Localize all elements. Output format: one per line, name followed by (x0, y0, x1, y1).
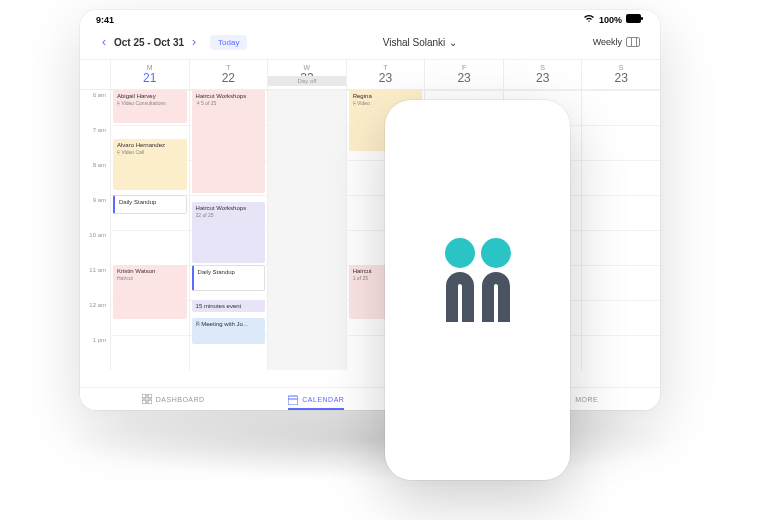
event-title: Haircut Workshops (196, 93, 262, 100)
bottom-nav: DASHBOARD CALENDAR ACTIVITY MORE (80, 387, 660, 410)
event-title: Haircut Workshops (196, 205, 262, 212)
status-time: 9:41 (96, 15, 114, 25)
event-subtitle: 22 of 25 (196, 212, 262, 218)
battery-percent: 100% (599, 15, 622, 25)
calendar-icon (288, 395, 298, 405)
logo-figure-right (481, 238, 511, 322)
time-column: 6 am7 am8 am9 am10 am11 am12 am1 pm (80, 90, 110, 370)
view-selector[interactable]: Weekly (593, 37, 640, 47)
svg-rect-5 (148, 400, 152, 404)
wifi-icon (583, 14, 595, 25)
svg-rect-4 (142, 400, 146, 404)
svg-rect-6 (288, 396, 298, 405)
day-number: 23 (347, 71, 425, 85)
calendar-event[interactable]: Alvaro Hernandez⎘ Video Call (113, 139, 187, 190)
calendar-grid[interactable]: 6 am7 am8 am9 am10 am11 am12 am1 pm Abig… (80, 90, 660, 370)
day-number: 22 (190, 71, 268, 85)
calendar-event[interactable]: Abigail Harvey⎘ Video Consultations (113, 90, 187, 123)
phone-device (385, 100, 570, 480)
event-title: ⎘ Meeting with Jo… (196, 321, 262, 328)
svg-rect-2 (142, 394, 146, 398)
user-name: Vishal Solanki (383, 37, 446, 48)
logo-figure-left (445, 238, 475, 322)
event-subtitle: ⚘ 5 of 25 (196, 100, 262, 106)
svg-rect-3 (148, 394, 152, 398)
event-title: Daily Standup (119, 199, 182, 206)
next-week-button[interactable]: › (190, 33, 198, 51)
day-header[interactable]: F23 (424, 60, 503, 89)
event-title: Kristin Watson (117, 268, 183, 275)
event-title: 15 minutes event (196, 303, 262, 310)
today-button[interactable]: Today (210, 35, 247, 50)
day-header[interactable]: S23 (503, 60, 582, 89)
week-header: M21T22W23T23F23S23S23 (80, 59, 660, 90)
dashboard-icon (142, 394, 152, 404)
calendar-event[interactable]: Haircut Workshops22 of 25 (192, 202, 266, 263)
prev-week-button[interactable]: ‹ (100, 33, 108, 51)
time-label: 7 am (80, 125, 110, 160)
day-letter: F (425, 64, 503, 71)
event-title: Alvaro Hernandez (117, 142, 183, 149)
svg-rect-1 (641, 17, 643, 20)
event-subtitle: Haircut (117, 275, 183, 281)
event-title: Abigail Harvey (117, 93, 183, 100)
day-number: 23 (504, 71, 582, 85)
date-range[interactable]: Oct 25 - Oct 31 (114, 37, 184, 48)
day-header[interactable]: T22 (189, 60, 268, 89)
nav-label: CALENDAR (302, 396, 344, 403)
day-letter: T (347, 64, 425, 71)
event-subtitle: ⎘ Video Call (117, 149, 183, 155)
status-bar: 9:41 100% (80, 10, 660, 29)
day-number: 23 (582, 71, 660, 85)
calendar-event[interactable]: ⎘ Meeting with Jo… (192, 318, 266, 344)
tablet-device: 9:41 100% ‹ Oct 25 - Oct 31 › Today Vish… (80, 10, 660, 410)
battery-icon (626, 14, 644, 25)
calendar-event[interactable]: Haircut Workshops⚘ 5 of 25 (192, 90, 266, 193)
calendar-event[interactable]: Kristin WatsonHaircut (113, 265, 187, 319)
time-label: 8 am (80, 160, 110, 195)
day-column[interactable] (581, 90, 660, 370)
day-letter: T (190, 64, 268, 71)
app-logo (445, 238, 511, 322)
day-letter: W (268, 64, 346, 71)
svg-rect-0 (626, 14, 641, 23)
time-label: 10 am (80, 230, 110, 265)
day-header[interactable]: S23 (581, 60, 660, 89)
chevron-down-icon: ⌄ (449, 37, 457, 48)
user-selector[interactable]: Vishal Solanki ⌄ (383, 37, 458, 48)
view-label: Weekly (593, 37, 622, 47)
week-view-icon (626, 37, 640, 47)
nav-dashboard[interactable]: DASHBOARD (142, 394, 205, 404)
calendar-event[interactable]: Daily Standup (192, 265, 266, 291)
day-column[interactable]: Day off (267, 90, 346, 370)
day-column[interactable]: Abigail Harvey⎘ Video ConsultationsAlvar… (110, 90, 189, 370)
day-header[interactable]: T23 (346, 60, 425, 89)
dayoff-label: Day off (268, 76, 346, 86)
nav-calendar[interactable]: CALENDAR (288, 395, 344, 410)
time-label: 1 pm (80, 335, 110, 370)
event-title: Daily Standup (198, 269, 261, 276)
day-letter: S (582, 64, 660, 71)
time-label: 11 am (80, 265, 110, 300)
day-letter: M (111, 64, 189, 71)
day-number: 23 (425, 71, 503, 85)
calendar-event[interactable]: Daily Standup (113, 195, 187, 214)
toolbar: ‹ Oct 25 - Oct 31 › Today Vishal Solanki… (80, 29, 660, 59)
time-label: 9 am (80, 195, 110, 230)
time-label: 6 am (80, 90, 110, 125)
day-number: 21 (111, 71, 189, 85)
day-column[interactable]: Haircut Workshops⚘ 5 of 25Haircut Worksh… (189, 90, 268, 370)
day-letter: S (504, 64, 582, 71)
nav-label: MORE (575, 396, 598, 403)
nav-label: DASHBOARD (156, 396, 205, 403)
calendar-event[interactable]: 15 minutes event (192, 300, 266, 312)
day-header[interactable]: M21 (110, 60, 189, 89)
event-subtitle: ⎘ Video Consultations (117, 100, 183, 106)
phone-notch (438, 100, 518, 118)
time-label: 12 am (80, 300, 110, 335)
